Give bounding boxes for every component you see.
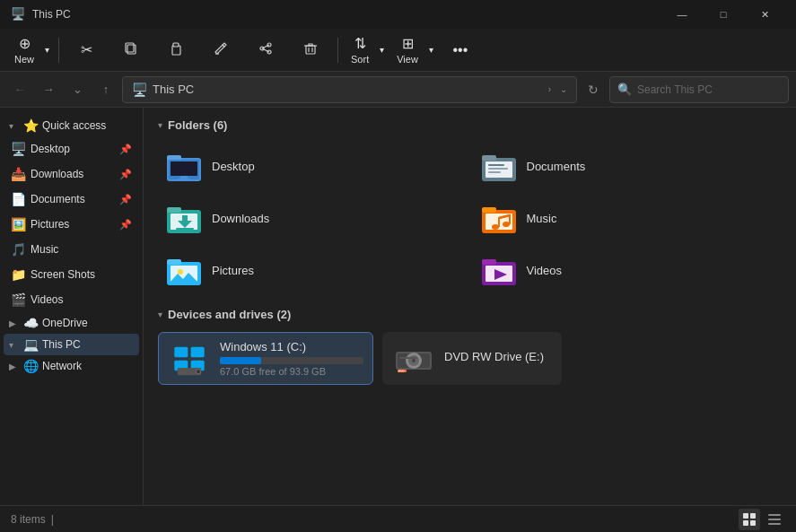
svg-rect-28 (182, 215, 188, 222)
sidebar-item-downloads[interactable]: 📥 Downloads 📌 (4, 161, 139, 187)
folders-collapse-icon[interactable]: ▾ (158, 120, 162, 130)
sort-button-group[interactable]: ⇅ Sort ▾ (344, 32, 388, 68)
svg-rect-59 (743, 513, 748, 519)
svg-rect-45 (174, 346, 188, 357)
address-path[interactable]: 🖥️ This PC › ⌄ (122, 76, 577, 103)
sidebar-item-documents[interactable]: 📄 Documents 📌 (4, 187, 139, 212)
path-text: This PC (153, 83, 543, 96)
up-button[interactable]: ↑ (93, 77, 118, 102)
svg-rect-19 (482, 155, 496, 161)
search-box[interactable]: 🔍 (609, 76, 789, 103)
back-button[interactable]: ← (7, 77, 32, 102)
sidebar-section-onedrive[interactable]: ▶ ☁️ OneDrive (4, 312, 139, 334)
delete-button[interactable] (289, 32, 332, 68)
view-label: View (397, 54, 418, 65)
drive-c-name: Windows 11 (C:) (220, 340, 363, 353)
drive-item-c[interactable]: Windows 11 (C:) 67.0 GB free of 93.9 GB (158, 332, 373, 385)
paste-button[interactable] (154, 32, 197, 68)
list-view-button[interactable] (764, 509, 785, 530)
rename-button[interactable] (199, 32, 242, 68)
svg-rect-58 (399, 357, 417, 359)
drive-e-icon: DVD (392, 341, 435, 377)
path-dropdown-arrow[interactable]: ⌄ (560, 84, 567, 94)
svg-rect-15 (171, 161, 197, 176)
folders-section-title: Folders (6) (168, 118, 227, 132)
svg-rect-23 (488, 171, 501, 173)
onedrive-expand-icon: ▶ (9, 318, 20, 328)
recent-button[interactable]: ⌄ (65, 77, 90, 102)
devices-collapse-icon[interactable]: ▾ (158, 310, 162, 319)
svg-rect-21 (488, 164, 504, 166)
documents-icon: 📄 (11, 192, 25, 206)
sidebar-item-screenshots[interactable]: 📁 Screen Shots (4, 262, 139, 287)
documents-folder-icon (482, 148, 518, 184)
minimize-button[interactable]: — (661, 0, 703, 29)
view-icon: ⊞ (402, 35, 414, 52)
svg-text:DVD: DVD (398, 370, 405, 373)
drive-item-e[interactable]: DVD DVD RW Drive (E:) (382, 332, 562, 385)
more-icon: ••• (452, 42, 468, 58)
folder-item-pictures[interactable]: Pictures (158, 247, 468, 293)
view-button[interactable]: ⊞ View (389, 32, 425, 68)
pictures-folder-icon (167, 252, 203, 288)
svg-rect-25 (167, 207, 181, 213)
desktop-folder-name: Desktop (212, 160, 255, 173)
svg-rect-46 (191, 346, 205, 357)
share-button[interactable] (244, 32, 287, 68)
videos-label: Videos (31, 293, 132, 306)
copy-icon (124, 41, 138, 59)
sort-button[interactable]: ⇅ Sort (344, 32, 376, 68)
new-dropdown-arrow[interactable]: ▾ (41, 32, 53, 68)
documents-folder-name: Documents (527, 160, 586, 173)
downloads-icon: 📥 (11, 167, 25, 181)
path-icon: 🖥️ (132, 83, 147, 97)
view-button-group[interactable]: ⊞ View ▾ (389, 32, 437, 68)
new-label: New (14, 54, 34, 65)
sidebar-section-network[interactable]: ▶ 🌐 Network (4, 355, 139, 377)
sidebar-item-desktop[interactable]: 🖥️ Desktop 📌 (4, 136, 139, 161)
main-layout: ▾ ⭐ Quick access 🖥️ Desktop 📌 📥 Download… (0, 108, 796, 505)
new-button[interactable]: ⊕ New (7, 32, 41, 68)
sidebar-section-quick-access[interactable]: ▾ ⭐ Quick access (4, 115, 139, 136)
folder-item-desktop[interactable]: Desktop (158, 143, 468, 189)
sidebar-section-thispc[interactable]: ▾ 💻 This PC (4, 334, 139, 355)
desktop-folder-icon (167, 148, 203, 184)
close-button[interactable]: ✕ (744, 0, 785, 29)
svg-rect-65 (768, 523, 781, 525)
svg-rect-63 (768, 514, 781, 516)
view-dropdown-arrow[interactable]: ▾ (425, 32, 437, 68)
sidebar-item-music[interactable]: 🎵 Music (4, 237, 139, 262)
refresh-button[interactable]: ↻ (581, 77, 606, 102)
sidebar-item-pictures[interactable]: 🖼️ Pictures 📌 (4, 212, 139, 237)
folders-section-header: ▾ Folders (6) (158, 118, 782, 132)
folder-item-downloads[interactable]: Downloads (158, 195, 468, 241)
folder-item-documents[interactable]: Documents (473, 143, 783, 189)
svg-rect-16 (180, 176, 188, 179)
sidebar: ▾ ⭐ Quick access 🖥️ Desktop 📌 📥 Download… (0, 108, 144, 505)
maximize-button[interactable]: □ (703, 0, 744, 29)
search-input[interactable] (637, 83, 781, 96)
sidebar-item-videos[interactable]: 🎬 Videos (4, 287, 139, 312)
more-button[interactable]: ••• (439, 32, 482, 68)
folder-item-videos[interactable]: Videos (473, 247, 783, 293)
svg-point-39 (178, 269, 183, 275)
path-segment: This PC (153, 83, 194, 96)
drive-c-bar-container (220, 357, 363, 364)
status-item-count: 8 items (11, 513, 46, 526)
onedrive-label: OneDrive (42, 317, 88, 329)
sort-dropdown-arrow[interactable]: ▾ (376, 32, 388, 68)
status-bar: 8 items | (0, 505, 796, 532)
quick-access-expand-icon: ▾ (9, 121, 20, 131)
cut-button[interactable]: ✂ (65, 32, 108, 68)
devices-section-title: Devices and drives (2) (168, 308, 291, 321)
share-icon (258, 41, 273, 59)
folder-item-music[interactable]: Music (473, 195, 783, 241)
downloads-pin-icon: 📌 (119, 169, 132, 180)
screenshots-icon: 📁 (11, 267, 25, 282)
forward-button[interactable]: → (36, 77, 61, 102)
new-button-group[interactable]: ⊕ New ▾ (7, 32, 53, 68)
grid-view-button[interactable] (739, 509, 760, 530)
pictures-folder-name: Pictures (212, 264, 254, 277)
window-icon: 🖥️ (11, 7, 25, 22)
copy-button[interactable] (109, 32, 153, 68)
